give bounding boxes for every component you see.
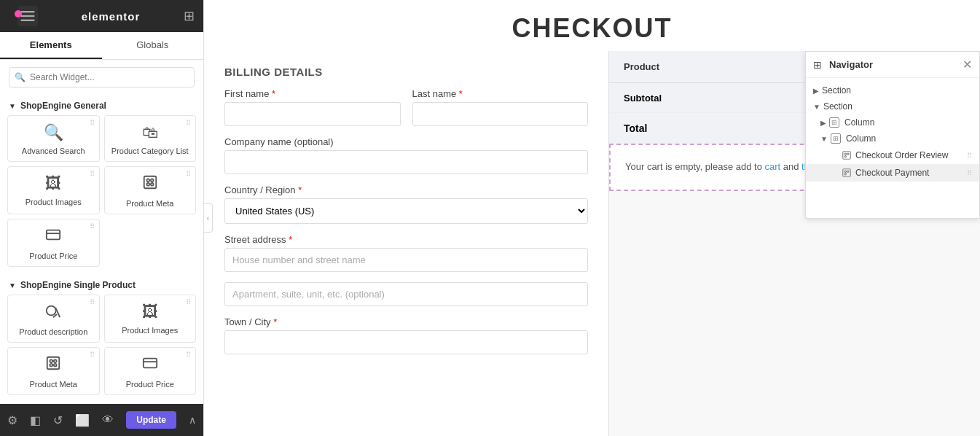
city-input[interactable]	[224, 330, 588, 354]
navigator-close-button[interactable]: ✕	[963, 58, 972, 71]
widget-drag-handle-nav-2: ⠿	[967, 169, 972, 177]
tab-globals[interactable]: Globals	[102, 32, 204, 59]
company-row: Company name (optional)	[224, 136, 588, 174]
svg-rect-22	[843, 169, 851, 177]
product-images-2-icon: 🖼	[142, 303, 158, 322]
svg-point-24	[847, 171, 849, 172]
drag-handle: ⠿	[90, 119, 95, 127]
column-icon-1: ⊞	[829, 117, 839, 128]
billing-section: BILLING DETAILS First name * Last name *	[204, 51, 608, 436]
name-row: First name * Last name *	[224, 88, 588, 126]
search-input[interactable]	[9, 67, 195, 87]
widget-product-price[interactable]: ⠿ Product Price	[7, 219, 100, 267]
navigator-title: Navigator	[829, 59, 873, 70]
product-price-icon	[45, 227, 61, 247]
country-select[interactable]: United States (US)	[224, 198, 588, 224]
subtotal-label: Subtotal	[609, 83, 795, 113]
checkout-payment-icon	[841, 167, 852, 179]
drag-handle: ⠿	[90, 351, 95, 359]
order-col-product: Product	[609, 51, 795, 83]
first-name-group: First name *	[224, 88, 401, 126]
widget-label-product-images: Product Images	[26, 198, 82, 206]
required-marker-3: *	[298, 184, 302, 195]
street-label: Street address *	[224, 234, 588, 245]
navigator-panel: ⊞ Navigator ✕ ▶ Section ▼	[805, 51, 980, 219]
section-shopengine-general[interactable]: ▼ ShopEngine General	[0, 95, 203, 115]
svg-rect-11	[47, 357, 60, 370]
tab-elements[interactable]: Elements	[0, 32, 102, 59]
eye-icon[interactable]: 👁	[102, 413, 114, 427]
widget-product-images-2[interactable]: ⠿ 🖼 Product Images	[104, 295, 197, 343]
chevron-up-icon[interactable]: ∧	[189, 414, 196, 426]
svg-rect-1	[21, 15, 35, 17]
drag-handle: ⠿	[186, 119, 191, 127]
svg-point-10	[47, 306, 56, 316]
notification-dot	[15, 10, 22, 17]
widget-label-category-list: Product Category List	[111, 147, 189, 155]
order-panel: Product Subtotal Subtotal 0.00৳ Total 0.…	[608, 51, 980, 436]
svg-rect-16	[144, 359, 157, 368]
last-name-input[interactable]	[412, 102, 589, 126]
required-marker-2: *	[459, 88, 463, 99]
svg-point-23	[844, 171, 846, 172]
layers-icon[interactable]: ◧	[30, 413, 41, 427]
widget-product-description[interactable]: ⠿ Product description	[7, 295, 100, 343]
svg-rect-3	[144, 176, 157, 189]
product-category-icon: 🛍	[142, 123, 158, 142]
nav-item-checkout-order-review[interactable]: Checkout Order Review ⠿	[806, 147, 979, 164]
nav-item-checkout-payment[interactable]: Checkout Payment ⠿	[806, 164, 979, 182]
cart-link[interactable]: cart	[765, 161, 781, 172]
nav-arrow-col-1: ▶	[820, 119, 826, 127]
svg-point-15	[54, 364, 57, 367]
history-icon[interactable]: ↺	[53, 413, 63, 427]
country-row: Country / Region * United States (US)	[224, 184, 588, 224]
widget-advanced-search[interactable]: ⠿ 🔍 Advanced Search	[7, 115, 100, 162]
empty-cart-text-2: and	[780, 161, 801, 172]
required-marker-5: *	[273, 316, 277, 327]
apt-input[interactable]	[224, 282, 588, 306]
nav-arrow-section-1: ▶	[813, 87, 819, 95]
svg-point-20	[847, 153, 849, 155]
drag-handle: ⠿	[186, 351, 191, 359]
product-meta-2-icon	[45, 355, 61, 375]
widget-product-category-list[interactable]: ⠿ 🛍 Product Category List	[104, 115, 197, 162]
country-label: Country / Region *	[224, 184, 588, 195]
section-arrow: ▼	[9, 102, 16, 110]
section-shopengine-single[interactable]: ▼ ShopEngine Single Product	[0, 274, 203, 295]
nav-arrow-section-2: ▼	[813, 103, 820, 111]
checkout-order-review-icon	[841, 149, 852, 161]
widget-label-product-meta-2: Product Meta	[30, 380, 77, 389]
nav-col-1-label: Column	[844, 117, 874, 128]
advanced-search-icon: 🔍	[44, 123, 63, 142]
nav-item-section-1[interactable]: ▶ Section	[806, 82, 979, 98]
apt-row	[224, 282, 588, 306]
first-name-input[interactable]	[224, 102, 401, 126]
svg-rect-2	[21, 20, 35, 21]
nav-tree: ▶ Section ▼ Section ▶ ⊞ Column	[806, 78, 979, 186]
city-row: Town / City *	[224, 316, 588, 354]
company-name-group: Company name (optional)	[224, 136, 588, 174]
sidebar-collapse-handle[interactable]: ‹	[204, 203, 213, 233]
responsive-icon[interactable]: ⬜	[75, 413, 90, 427]
widget-product-price-2[interactable]: ⠿ Product Price	[104, 347, 197, 395]
svg-rect-0	[21, 11, 35, 12]
svg-rect-18	[843, 152, 851, 160]
nav-col-2-label: Column	[846, 133, 876, 144]
nav-item-column-2[interactable]: ▼ ⊞ Column	[806, 131, 979, 147]
product-meta-icon	[142, 174, 158, 195]
widget-product-meta-2[interactable]: ⠿ Product Meta	[7, 347, 100, 395]
company-name-input[interactable]	[224, 150, 588, 174]
svg-point-19	[844, 153, 846, 155]
street-input[interactable]	[224, 248, 588, 272]
update-button[interactable]: Update	[126, 411, 176, 429]
nav-item-section-2[interactable]: ▼ Section	[806, 98, 979, 114]
apt-group	[224, 282, 588, 306]
widget-product-meta[interactable]: ⠿ Product Meta	[104, 166, 197, 214]
company-name-label: Company name (optional)	[224, 136, 588, 147]
nav-item-column-1[interactable]: ▶ ⊞ Column	[806, 114, 979, 131]
settings-icon[interactable]: ⚙	[7, 413, 17, 427]
grid-icon[interactable]: ⊞	[184, 8, 195, 24]
widgets-grid-single: ⠿ Product description ⠿ 🖼 Product Images…	[0, 295, 203, 402]
widget-product-images[interactable]: ⠿ 🖼 Product Images	[7, 166, 100, 214]
required-marker: *	[272, 88, 275, 99]
